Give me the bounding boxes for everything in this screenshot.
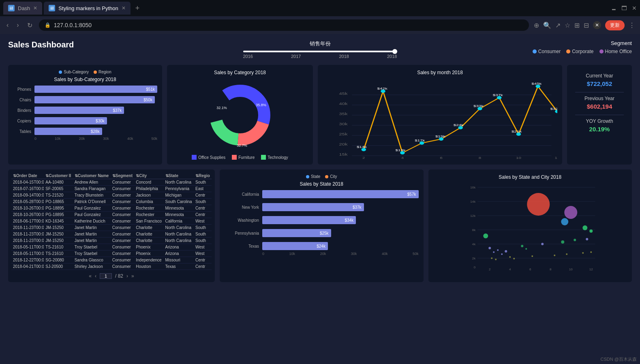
next-page-btn[interactable]: › <box>126 273 128 279</box>
dot1 <box>488 247 491 249</box>
corporate-label: Corporate <box>572 49 593 54</box>
svg-text:35.8%: 35.8% <box>256 103 266 107</box>
svg-text:8: 8 <box>479 156 482 160</box>
last-page-btn[interactable]: » <box>131 273 134 279</box>
col-order-date[interactable]: ⇅Order Date <box>11 173 44 179</box>
styling-tab-close[interactable]: ✕ <box>122 5 126 11</box>
page-total: / 82 <box>115 273 123 279</box>
close-icon[interactable]: ✕ <box>632 5 637 11</box>
legend-corporate: Corporate <box>566 49 593 54</box>
legend-furniture: Furniture <box>232 155 255 160</box>
refresh-button[interactable]: ↻ <box>26 20 34 31</box>
year-slider[interactable] <box>243 51 397 52</box>
address-bar: ‹ › ↻ 🔒 127.0.0.1:8050 ⊕ 🔍 ↗ ☆ ⊞ ⊟ ✕ 更新 … <box>0 16 640 34</box>
technology-sq <box>261 155 266 160</box>
sidebar-icon[interactable]: ⊟ <box>584 21 589 29</box>
bubble-red <box>527 193 550 216</box>
update-button[interactable]: 更新 <box>605 20 625 30</box>
svg-text:32.7%: 32.7% <box>237 143 247 148</box>
col-customer-id[interactable]: ⇅Customer II <box>44 173 73 179</box>
forward-button[interactable]: › <box>15 20 20 30</box>
tab-bar: iil Dash ✕ iil Styling markers in Python… <box>0 0 640 16</box>
profile-icon[interactable]: ✕ <box>593 21 601 29</box>
back-button[interactable]: ‹ <box>5 20 10 30</box>
tab-styling[interactable]: iil Styling markers in Python ✕ <box>44 2 130 15</box>
legend-consumer: Consumer <box>533 49 561 54</box>
dash-tab-close[interactable]: ✕ <box>33 5 37 11</box>
browser-chrome: iil Dash ✕ iil Styling markers in Python… <box>0 0 640 34</box>
minimize-icon[interactable]: 🗕 <box>611 5 616 11</box>
table-row: 2018-06-24T00:00:00MS-17305Maria Portals… <box>11 270 212 270</box>
top-charts-row: Sub-Category Region Sales by Sub-Categor… <box>8 65 632 165</box>
dot6 <box>521 245 523 247</box>
hbar-container-newyork: $37k <box>262 203 419 211</box>
bar-label-copiers: Copiers <box>13 119 31 123</box>
subcategory-chip-dot <box>59 71 62 74</box>
current-year-stat: Current Year $722,052 <box>575 73 624 87</box>
new-tab-button[interactable]: + <box>132 4 143 13</box>
page-input[interactable] <box>100 273 112 279</box>
star-icon[interactable]: ☆ <box>565 21 570 29</box>
dot3 <box>497 249 499 251</box>
maximize-icon[interactable]: 🗖 <box>621 5 627 11</box>
hbar-pennsylvania: Pennsylvania $25k <box>225 229 419 237</box>
col-city[interactable]: ⇅City <box>134 173 163 179</box>
svg-text:0: 0 <box>473 266 475 269</box>
prev-page-btn[interactable]: ‹ <box>95 273 96 279</box>
yoy-value: 20.19% <box>575 126 624 133</box>
table-wrapper[interactable]: ⇅Order Date ⇅Customer II ⇅Customer Name … <box>11 173 212 270</box>
share-icon[interactable]: ↗ <box>555 21 561 29</box>
donut-title: Sales by Category 2018 <box>172 70 308 75</box>
hbar-label-washington: Washington <box>225 218 259 223</box>
col-segment[interactable]: ⇅Segment <box>111 173 134 179</box>
bar-label-chairs: Chairs <box>13 98 31 102</box>
table-row: 2018-11-23T00:00:00JM-15250Janet MartinC… <box>11 225 212 231</box>
furniture-label: Furniture <box>238 155 255 160</box>
svg-text:32.1%: 32.1% <box>216 106 227 110</box>
puzzle-icon[interactable]: ⊞ <box>574 21 580 29</box>
translate-icon[interactable]: ⊕ <box>534 21 539 29</box>
tab-dash[interactable]: iil Dash ✕ <box>3 2 42 15</box>
first-page-btn[interactable]: « <box>89 273 92 279</box>
svg-text:12: 12 <box>589 268 593 271</box>
city-chip-label: City <box>330 174 337 179</box>
bar-label-binders: Binders <box>13 108 31 113</box>
office-supplies-label: Office Supplies <box>198 155 225 160</box>
table-row: 2018-10-26T00:00:00PG-18895Paul Gonzalez… <box>11 205 212 212</box>
svg-text:$32k: $32k <box>550 107 557 111</box>
col-region[interactable]: ⇅Regio <box>194 173 212 179</box>
svg-text:$17k: $17k <box>415 139 425 142</box>
bar-container-chairs: $50k <box>34 96 157 103</box>
bubble-green2 <box>589 229 593 233</box>
col-customer-name[interactable]: ⇅Customer Name <box>73 173 111 179</box>
table-row: 2018-04-21T00:00:00SJ-20500Shirley Jacks… <box>11 263 212 270</box>
dot7 <box>525 248 527 250</box>
homeoffice-dot <box>599 49 604 54</box>
svg-text:2: 2 <box>489 268 491 271</box>
scatter-title: Sales by State and City 2018 <box>433 174 627 180</box>
url-input[interactable]: 🔒 127.0.0.1:8050 <box>39 19 529 31</box>
dot17 <box>554 255 555 256</box>
scatter-chart: 16k 14k 12k 8k 4k 2k 0 2 4 6 8 10 12 <box>433 183 627 272</box>
bar-fill-binders: $37k <box>34 107 124 114</box>
consumer-dot <box>533 49 537 54</box>
svg-text:8k: 8k <box>472 228 475 232</box>
dot8 <box>541 243 544 245</box>
svg-text:40k: 40k <box>339 102 348 106</box>
svg-text:45k: 45k <box>339 92 348 96</box>
menu-icon[interactable]: ⋮ <box>629 21 635 29</box>
col-state[interactable]: ⇅State <box>164 173 194 179</box>
dot14 <box>509 256 511 258</box>
line-chart-svg: 15k 20k 25k 30k 35k 40k 45k <box>323 79 557 160</box>
dot13 <box>495 259 497 260</box>
slider-label: 销售年份 <box>310 40 331 47</box>
year-2017: 2017 <box>291 54 301 59</box>
hbar-fill-newyork: $37k <box>262 203 364 211</box>
table-row: 2018-11-23T00:00:00JM-15250Janet MartinC… <box>11 231 212 238</box>
hbar-label-pennsylvania: Pennsylvania <box>225 231 259 236</box>
bottom-charts-row: ⇅Order Date ⇅Customer II ⇅Customer Name … <box>8 169 632 282</box>
svg-text:$19k: $19k <box>435 135 445 138</box>
zoom-icon[interactable]: 🔍 <box>543 21 551 29</box>
svg-text:10: 10 <box>569 268 572 271</box>
subcategory-chart-title: Sales by Sub-Category 2018 <box>13 77 157 82</box>
